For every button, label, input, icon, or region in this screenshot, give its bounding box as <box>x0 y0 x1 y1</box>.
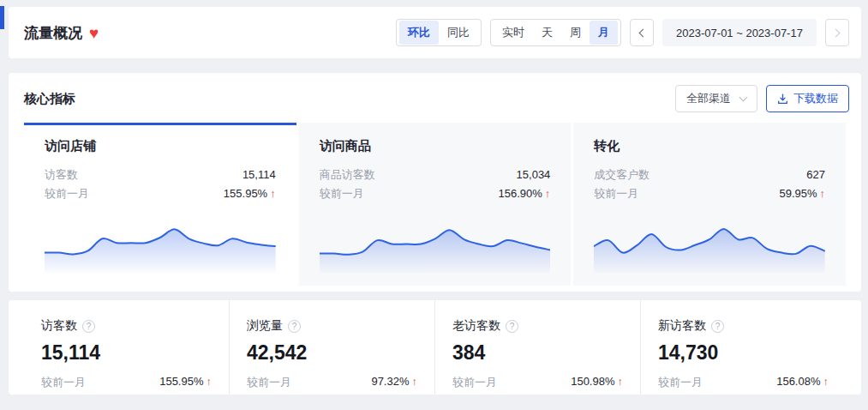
card-metric-row: 成交客户数 627 <box>594 166 825 184</box>
title-wrap: 流量概况 ♥ <box>24 23 99 43</box>
up-arrow-icon: ↑ <box>618 375 624 388</box>
card-compare-row: 较前一月 59.95%↑ <box>594 184 825 203</box>
summary-head: 老访客数 ? <box>452 318 623 334</box>
core-metrics-head: 核心指标 全部渠道 下载数据 <box>9 73 861 123</box>
summary-head: 新访客数 ? <box>658 318 829 334</box>
card-title: 转化 <box>594 138 825 154</box>
up-arrow-icon: ↑ <box>270 187 276 200</box>
favorite-heart-icon[interactable]: ♥ <box>89 25 99 41</box>
compare-value: 59.95%↑ <box>779 184 825 203</box>
help-icon[interactable]: ? <box>506 320 518 333</box>
summary-compare-row: 较前一月 156.08%↑ <box>658 375 829 390</box>
up-arrow-icon: ↑ <box>545 187 551 200</box>
compare-value: 156.90%↑ <box>499 184 551 203</box>
period-month[interactable]: 月 <box>590 21 618 45</box>
metric-value: 15,114 <box>242 166 276 184</box>
card-title: 访问店铺 <box>45 138 276 154</box>
up-arrow-icon: ↑ <box>412 375 418 388</box>
help-icon[interactable]: ? <box>288 320 301 333</box>
compare-value: 97.32%↑ <box>371 375 417 390</box>
card-conversion[interactable]: 转化 成交客户数 627 较前一月 59.95%↑ <box>573 123 846 286</box>
compare-value: 156.08%↑ <box>776 375 829 390</box>
metric-label: 商品访客数 <box>320 166 375 184</box>
metric-value: 627 <box>806 166 825 184</box>
period-week[interactable]: 周 <box>561 21 590 45</box>
toggle-tongbi[interactable]: 同比 <box>439 21 478 45</box>
summary-value: 384 <box>452 341 623 365</box>
metric-value: 15,034 <box>517 166 551 184</box>
compare-value: 150.98%↑ <box>571 375 623 390</box>
period-day[interactable]: 天 <box>533 21 561 45</box>
summary-returning-visitors: 老访客数 ? 384 较前一月 150.98%↑ <box>434 300 640 395</box>
help-icon[interactable]: ? <box>711 320 724 333</box>
channel-select[interactable]: 全部渠道 <box>675 85 757 112</box>
prev-date-button[interactable] <box>630 19 654 46</box>
summary-label: 浏览量 <box>247 318 283 334</box>
compare-value: 155.95%↑ <box>224 184 276 203</box>
summary-visitors: 访客数 ? 15,114 较前一月 155.95%↑ <box>24 300 229 395</box>
card-title: 访问商品 <box>320 138 551 154</box>
left-edge-accent <box>0 6 4 29</box>
card-metric-row: 商品访客数 15,034 <box>320 166 551 184</box>
summary-compare-row: 较前一月 150.98%↑ <box>452 375 623 390</box>
compare-label: 较前一月 <box>45 184 89 203</box>
up-arrow-icon: ↑ <box>207 375 213 388</box>
summary-compare-row: 较前一月 155.95%↑ <box>41 375 212 390</box>
channel-select-value: 全部渠道 <box>686 91 731 106</box>
help-icon[interactable]: ? <box>82 320 95 333</box>
date-range-display[interactable]: 2023-07-01 ~ 2023-07-17 <box>662 19 817 46</box>
summary-label: 老访客数 <box>452 318 500 334</box>
chevron-down-icon <box>739 93 748 101</box>
compare-label: 较前一月 <box>247 375 291 390</box>
sparkline-chart <box>45 223 276 274</box>
card-compare-row: 较前一月 155.95%↑ <box>45 184 276 203</box>
metric-cards: 访问店铺 访客数 15,114 较前一月 155.95%↑ 访问商品 商品访客数… <box>24 123 846 286</box>
card-visit-shop[interactable]: 访问店铺 访客数 15,114 较前一月 155.95%↑ <box>24 123 296 286</box>
compare-label: 较前一月 <box>658 375 703 390</box>
summary-panel: 访客数 ? 15,114 较前一月 155.95%↑ 浏览量 ? 42,542 … <box>9 300 861 395</box>
core-head-controls: 全部渠道 下载数据 <box>675 85 849 112</box>
summary-label: 访客数 <box>41 318 77 334</box>
summary-head: 浏览量 ? <box>247 318 417 334</box>
compare-toggle-group: 环比 同比 <box>396 19 482 46</box>
next-date-button[interactable] <box>825 19 849 46</box>
summary-value: 42,542 <box>247 341 417 365</box>
compare-label: 较前一月 <box>452 375 497 390</box>
sparkline-chart <box>594 223 825 274</box>
summary-value: 15,114 <box>41 341 212 365</box>
summary-compare-row: 较前一月 97.32%↑ <box>247 375 417 390</box>
core-metrics-panel: 核心指标 全部渠道 下载数据 访问店铺 访客数 15,114 较前一月 1 <box>9 73 861 292</box>
up-arrow-icon: ↑ <box>823 375 829 388</box>
sparkline-chart <box>320 223 551 274</box>
summary-pageviews: 浏览量 ? 42,542 较前一月 97.32%↑ <box>229 300 434 395</box>
chevron-right-icon <box>832 28 841 37</box>
compare-label: 较前一月 <box>594 184 638 203</box>
up-arrow-icon: ↑ <box>820 187 826 200</box>
header-panel: 流量概况 ♥ 环比 同比 实时 天 周 月 2023-07-01 ~ 2023-… <box>9 7 861 58</box>
period-realtime[interactable]: 实时 <box>494 21 533 45</box>
compare-label: 较前一月 <box>41 375 86 390</box>
metric-label: 成交客户数 <box>594 166 650 184</box>
summary-new-visitors: 新访客数 ? 14,730 较前一月 156.08%↑ <box>640 300 846 395</box>
card-visit-product[interactable]: 访问商品 商品访客数 15,034 较前一月 156.90%↑ <box>299 123 572 286</box>
compare-label: 较前一月 <box>320 184 364 203</box>
card-compare-row: 较前一月 156.90%↑ <box>320 184 551 203</box>
toggle-huanbi[interactable]: 环比 <box>399 21 439 45</box>
page-title: 流量概况 <box>24 23 82 43</box>
compare-value: 155.95%↑ <box>159 375 212 390</box>
chevron-left-icon <box>639 28 648 37</box>
card-metric-row: 访客数 15,114 <box>45 166 276 184</box>
header-controls: 环比 同比 实时 天 周 月 2023-07-01 ~ 2023-07-17 <box>396 19 849 46</box>
metric-label: 访客数 <box>45 166 78 184</box>
summary-head: 访客数 ? <box>41 318 212 334</box>
summary-value: 14,730 <box>658 341 829 365</box>
download-data-button[interactable]: 下载数据 <box>766 85 849 112</box>
download-icon <box>777 93 788 105</box>
download-label: 下载数据 <box>793 91 838 106</box>
period-toggle-group: 实时 天 周 月 <box>490 19 621 46</box>
section-title: 核心指标 <box>24 91 75 107</box>
summary-label: 新访客数 <box>658 318 706 334</box>
